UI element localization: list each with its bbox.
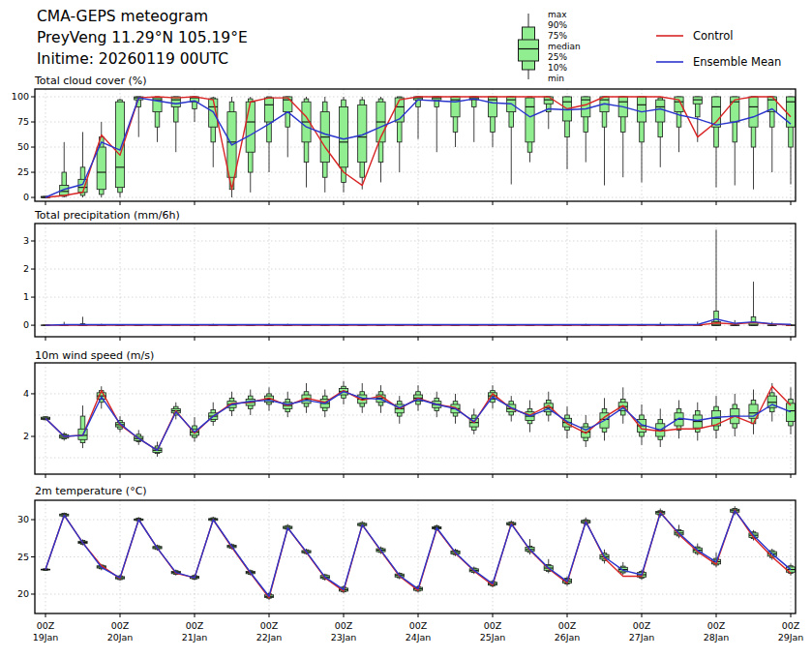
x-axis-labels: 00Z19Jan00Z20Jan00Z21Jan00Z22Jan00Z23Jan…: [33, 620, 804, 643]
y-tick-label: 20: [17, 588, 29, 599]
box-25-75: [284, 97, 292, 112]
x-tick-hour-label: 00Z: [260, 620, 279, 631]
meteogram-page: CMA-GEPS meteogram PreyVeng 11.29°N 105.…: [0, 0, 812, 658]
x-tick-day-label: 21Jan: [182, 632, 208, 643]
panel-title-cloud: Total cloud cover (%): [34, 75, 147, 87]
x-tick-hour-label: 00Z: [335, 620, 353, 631]
y-tick-label: 75: [17, 116, 29, 127]
panel-title-temp: 2m temperature (°C): [35, 485, 147, 497]
y-tick-label: 1: [23, 291, 29, 302]
x-tick-day-label: 25Jan: [480, 632, 506, 643]
y-tick-label: 0: [23, 319, 29, 330]
y-tick-label: 50: [17, 141, 29, 152]
y-tick-label: 4: [23, 388, 29, 399]
header: CMA-GEPS meteogram PreyVeng 11.29°N 105.…: [37, 8, 248, 68]
legend-label-90: 90%: [548, 20, 567, 30]
x-tick-hour-label: 00Z: [633, 620, 651, 631]
y-tick-label: 2: [23, 263, 29, 274]
y-tick-label: 2: [23, 431, 29, 441]
x-tick-hour-label: 00Z: [707, 620, 726, 631]
y-tick-label: 25: [17, 166, 29, 177]
x-tick-hour-label: 00Z: [37, 620, 55, 631]
legend-label-max: max: [548, 10, 567, 19]
box-25-75: [749, 97, 758, 127]
x-tick-hour-label: 00Z: [409, 620, 428, 631]
page-title: CMA-GEPS meteogram: [37, 8, 208, 25]
box-25-75: [97, 147, 105, 190]
x-tick-day-label: 24Jan: [406, 632, 432, 643]
panel-1: 0123: [23, 224, 796, 341]
x-tick-hour-label: 00Z: [484, 620, 502, 631]
meteogram-figure: CMA-GEPS meteogram PreyVeng 11.29°N 105.…: [0, 0, 812, 658]
station-location: PreyVeng 11.29°N 105.19°E: [37, 29, 248, 46]
panel-0: 0255075100: [12, 89, 796, 205]
panel-title-wind: 10m wind speed (m/s): [35, 349, 154, 362]
x-tick-day-label: 29Jan: [778, 632, 804, 643]
x-tick-hour-label: 00Z: [558, 620, 577, 631]
panel-border: [35, 224, 796, 337]
legend-ensemble-label: Ensemble Mean: [693, 55, 781, 69]
control-line: [45, 510, 791, 598]
legend-label-10: 10%: [548, 63, 567, 73]
plot-panels: 025507510001232420253000Z19Jan00Z20Jan00…: [12, 89, 804, 643]
y-tick-label: 30: [17, 514, 29, 524]
y-tick-label: 3: [23, 235, 29, 246]
x-tick-day-label: 20Jan: [107, 632, 134, 643]
x-tick-day-label: 27Jan: [629, 632, 655, 643]
panel-title-precip: Total precipitation (mm/6h): [34, 209, 180, 222]
init-time: Initime: 20260119 00UTC: [37, 50, 228, 68]
box-25-75: [264, 98, 273, 122]
legend-label-median: median: [548, 42, 581, 51]
legend: max 90% 75% median 25% 10% min Control E…: [519, 10, 782, 83]
x-tick-hour-label: 00Z: [782, 620, 800, 631]
y-tick-label: 100: [12, 91, 29, 102]
ensemble-mean-line: [45, 319, 791, 325]
y-tick-label: 25: [17, 552, 29, 562]
box-25-75: [637, 97, 646, 122]
box-25-75: [656, 100, 665, 122]
box-25-75: [246, 102, 255, 152]
x-tick-day-label: 23Jan: [331, 632, 357, 643]
x-tick-day-label: 22Jan: [256, 632, 283, 643]
box-25-75: [339, 106, 347, 166]
legend-label-min: min: [548, 74, 564, 83]
x-tick-hour-label: 00Z: [111, 620, 130, 631]
x-tick-day-label: 26Jan: [555, 632, 581, 643]
legend-control-label: Control: [693, 29, 734, 43]
y-tick-label: 0: [23, 192, 29, 202]
x-tick-day-label: 28Jan: [704, 632, 730, 643]
panel-2: 24: [23, 363, 796, 478]
legend-label-75: 75%: [548, 31, 567, 41]
panel-3: 202530: [17, 500, 796, 617]
legend-label-25: 25%: [548, 52, 567, 62]
x-tick-hour-label: 00Z: [186, 620, 204, 631]
box-25-75: [786, 404, 795, 422]
x-tick-day-label: 19Jan: [33, 632, 59, 643]
legend-boxplot-glyph: [519, 14, 539, 79]
box-25-75: [526, 98, 534, 142]
